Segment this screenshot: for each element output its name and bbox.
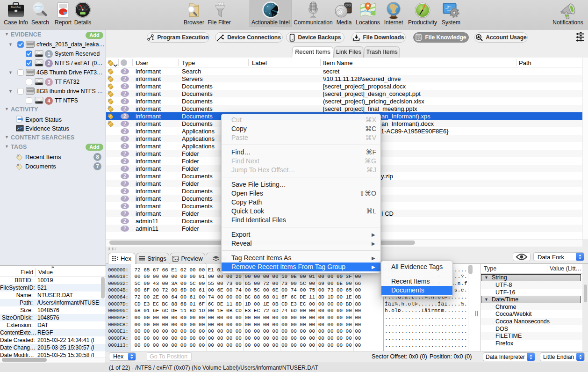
svg-text:BlackBag: BlackBag: [11, 6, 21, 8]
